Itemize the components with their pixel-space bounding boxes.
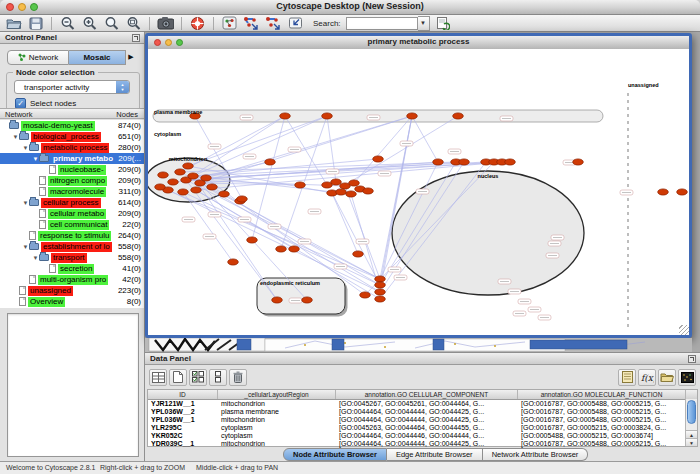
table-column-header[interactable]: annotation.GO MOLECULAR_FUNCTION (518, 390, 686, 399)
disclosure-triangle-icon[interactable]: ▼ (12, 134, 19, 140)
disclosure-triangle-icon[interactable]: ▼ (22, 145, 29, 151)
graph-node[interactable] (353, 251, 364, 257)
zoom-fit-icon[interactable] (103, 16, 120, 31)
table-cell[interactable]: mitochondrion (218, 416, 336, 424)
graph-node[interactable] (346, 191, 357, 197)
table-cell[interactable]: [GO:0016787, GO:0005488, GO:0005215, G..… (518, 416, 686, 424)
table-cell[interactable]: [GO:0016787, GO:0005488, GO:0005215, G..… (518, 408, 686, 416)
tree-row[interactable]: ▼establishment of lo558(0) (0, 241, 144, 252)
graph-node[interactable] (375, 289, 386, 295)
table-cell[interactable]: YDR039C__1 (148, 440, 218, 448)
tree-row[interactable]: nucleobase-209(0) (0, 164, 144, 175)
table-cell[interactable]: [GO:0016787, GO:0005215, GO:0003824, G..… (518, 424, 686, 432)
network-view-window[interactable]: primary metabolic process plasma membran… (145, 33, 692, 338)
table-row[interactable]: YPL036W__2plasma membrane[GO:0044464, GO… (148, 408, 697, 416)
snapshot-icon[interactable] (157, 16, 174, 31)
tree-row[interactable]: cell communicat22(0) (0, 219, 144, 230)
background-window-fragment[interactable] (265, 339, 565, 351)
table-cell[interactable]: cytoplasm (218, 424, 336, 432)
tree-row[interactable]: ▼transport558(0) (0, 252, 144, 263)
table-cell[interactable]: [GO:0044464, GO:0044444, GO:0044425, G..… (336, 440, 518, 448)
attribute-editor-icon[interactable] (618, 369, 636, 386)
tab-overflow-arrow[interactable]: ▶ (126, 53, 136, 61)
help-icon[interactable] (189, 16, 206, 31)
graph-node[interactable] (375, 276, 386, 282)
table-scrollbar[interactable]: ▲ ▼ (685, 399, 697, 446)
search-input[interactable] (346, 17, 418, 30)
graph-node[interactable] (191, 187, 202, 193)
graph-node[interactable] (505, 159, 516, 165)
table-row[interactable]: YDR039C__1mitochondrion[GO:0044464, GO:0… (148, 440, 697, 448)
graph-node[interactable] (433, 159, 444, 165)
graph-node[interactable] (658, 189, 669, 195)
tree-row[interactable]: ▼cellular process614(0) (0, 197, 144, 208)
graph-node[interactable] (295, 182, 306, 188)
tree-row[interactable]: Overview8(0) (0, 296, 144, 307)
table-row[interactable]: YPL036W__1mitochondrion[GO:0044464, GO:0… (148, 416, 697, 424)
graph-node[interactable] (349, 180, 360, 186)
function-builder-icon[interactable]: f(x) (638, 369, 656, 386)
new-attribute-icon[interactable] (169, 369, 187, 386)
select-attributes-icon[interactable] (149, 369, 167, 386)
graph-node[interactable] (302, 297, 313, 303)
scrollbar-thumb[interactable] (687, 400, 696, 424)
graph-node[interactable] (175, 169, 186, 175)
table-row[interactable]: YLR295Ccytoplasm[GO:0045263, GO:0044464,… (148, 424, 697, 432)
graph-node[interactable] (407, 113, 418, 119)
table-row[interactable]: YKR052Ccytoplasm[GO:0044464, GO:0044446,… (148, 432, 697, 440)
graph-node[interactable] (363, 188, 374, 194)
table-cell[interactable]: YPL036W__1 (148, 416, 218, 424)
table-cell[interactable]: YJR121W__1 (148, 400, 218, 408)
layout-arrows-icon-2[interactable] (265, 16, 282, 31)
graph-edge[interactable] (332, 193, 358, 254)
graph-edge[interactable] (168, 190, 380, 292)
tab-node-attribute-browser[interactable]: Node Attribute Browser (283, 448, 387, 461)
delete-attribute-icon[interactable] (229, 369, 247, 386)
graph-node[interactable] (336, 189, 347, 195)
zoom-in-icon[interactable] (81, 16, 98, 31)
table-cell[interactable]: [GO:0044464, GO:0044444, GO:0044425, G..… (336, 416, 518, 424)
graph-node[interactable] (168, 179, 179, 185)
graph-node[interactable] (375, 282, 386, 288)
graph-node[interactable] (373, 156, 384, 162)
graph-node[interactable] (276, 246, 287, 252)
graph-node[interactable] (219, 191, 230, 197)
import-network-icon[interactable] (287, 16, 304, 31)
tree-row[interactable]: secretion41(0) (0, 263, 144, 274)
graph-edge[interactable] (183, 192, 233, 262)
network-overlay-icon[interactable] (221, 16, 238, 31)
graph-node[interactable] (280, 113, 291, 119)
table-cell[interactable]: YLR295C (148, 424, 218, 432)
tab-network[interactable]: Network (7, 50, 69, 65)
graph-node[interactable] (183, 163, 194, 169)
scroll-down-button[interactable]: ▼ (686, 438, 697, 446)
resize-grip[interactable] (679, 325, 689, 335)
tree-row[interactable]: ▼metabolic process280(0) (0, 142, 144, 153)
table-column-header[interactable]: annotation.GO CELLULAR_COMPONENT (336, 390, 518, 399)
disclosure-triangle-icon[interactable]: ▼ (32, 156, 39, 162)
tree-row[interactable]: macromolecule311(0) (0, 186, 144, 197)
table-column-header[interactable]: _cellularLayoutRegion (218, 390, 336, 399)
open-icon[interactable] (5, 16, 22, 31)
tree-row[interactable]: unassigned223(0) (0, 285, 144, 296)
graph-node[interactable] (453, 113, 464, 119)
table-cell[interactable]: YKR052C (148, 432, 218, 440)
graph-node[interactable] (188, 173, 199, 179)
network-canvas[interactable]: plasma membranecytoplasmmitochondrionnuc… (148, 49, 689, 335)
graph-node[interactable] (360, 292, 371, 298)
table-cell[interactable]: [GO:0016787, GO:0005488, GO:0005215, G..… (518, 400, 686, 408)
birds-eye-view[interactable] (7, 313, 139, 457)
app-titlebar[interactable]: Cytoscape Desktop (New Session) (0, 0, 700, 15)
table-cell[interactable]: YPL036W__2 (148, 408, 218, 416)
tree-row[interactable]: nitrogen compo209(0) (0, 175, 144, 186)
attribute-toggle-icon[interactable] (209, 369, 227, 386)
tree-row[interactable]: multi-organism pro42(0) (0, 274, 144, 285)
graph-node[interactable] (573, 159, 584, 165)
graph-node[interactable] (322, 113, 333, 119)
graph-node[interactable] (677, 189, 688, 195)
tree-row[interactable]: response to stimulu264(0) (0, 230, 144, 241)
table-cell[interactable]: [GO:0044464, GO:0044444, GO:0044425, G..… (336, 408, 518, 416)
float-panel-icon[interactable] (132, 34, 140, 42)
tree-row[interactable]: ▼biological_process651(0) (0, 131, 144, 142)
graph-node[interactable] (207, 184, 218, 190)
